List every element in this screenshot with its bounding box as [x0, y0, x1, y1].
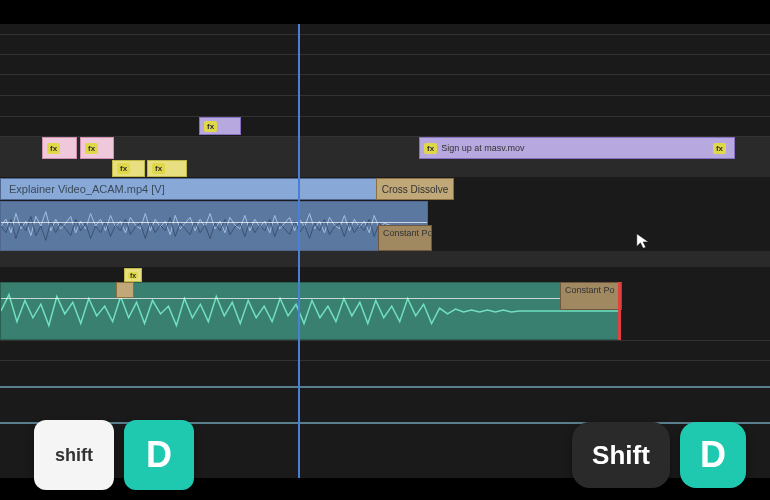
- playhead[interactable]: [298, 24, 300, 478]
- key-d: D: [680, 422, 746, 488]
- bottom-timeline-bar: [0, 386, 770, 388]
- clip-pink-2[interactable]: fx: [80, 137, 114, 159]
- transition-label: Constant Po: [383, 228, 432, 238]
- key-label: shift: [55, 445, 93, 466]
- track-divider: [0, 95, 770, 96]
- fx-badge-icon: fx: [117, 163, 130, 174]
- key-label: Shift: [592, 440, 650, 471]
- fx-badge-icon: fx: [47, 143, 60, 154]
- audio-in-marker[interactable]: [116, 282, 134, 298]
- waveform-icon: [1, 283, 619, 339]
- clip-label: Sign up at masv.mov: [441, 143, 524, 153]
- timeline-frame: fx fx fx fx Sign up at masv.mov fx fx fx…: [0, 24, 770, 478]
- key-shift: shift: [34, 420, 114, 490]
- transition-constant-power-1[interactable]: Constant Po: [378, 225, 432, 251]
- clip-yellow-2[interactable]: fx: [147, 160, 187, 177]
- shortcut-overlay-right: Shift D: [572, 422, 746, 488]
- clip-label: Explainer Video_ACAM.mp4 [V]: [9, 183, 165, 195]
- clip-main-video[interactable]: Explainer Video_ACAM.mp4 [V]: [0, 178, 428, 200]
- track-bg: [0, 251, 770, 267]
- fx-badge-icon: fx: [424, 143, 437, 154]
- track-area[interactable]: fx fx fx fx Sign up at masv.mov fx fx fx…: [0, 24, 770, 478]
- fx-badge-icon: fx: [152, 163, 165, 174]
- clip-yellow-1[interactable]: fx: [112, 160, 145, 177]
- clip-end-marker: [618, 282, 621, 340]
- audio-gain-line[interactable]: [1, 298, 619, 299]
- audio-gain-line[interactable]: [1, 222, 427, 223]
- transition-label: Cross Dissolve: [382, 184, 449, 195]
- clip-marker-yellow[interactable]: fx: [124, 268, 142, 282]
- track-divider: [0, 54, 770, 55]
- track-divider: [0, 34, 770, 35]
- transition-label: Constant Po: [565, 285, 615, 295]
- shortcut-overlay-left: shift D: [34, 420, 194, 490]
- clip-signup-video[interactable]: fx Sign up at masv.mov fx: [419, 137, 735, 159]
- track-divider: [0, 360, 770, 361]
- transition-cross-dissolve[interactable]: Cross Dissolve: [376, 178, 454, 200]
- track-divider: [0, 116, 770, 117]
- cursor-icon: [635, 232, 653, 254]
- fx-badge-icon: fx: [204, 121, 217, 132]
- clip-effect-purple[interactable]: fx: [199, 117, 241, 135]
- key-shift: Shift: [572, 422, 670, 488]
- clip-audio-2[interactable]: [0, 282, 620, 340]
- key-label: D: [146, 434, 172, 476]
- fx-badge-icon: fx: [713, 143, 726, 154]
- clip-audio-1[interactable]: [0, 201, 428, 251]
- clip-pink-1[interactable]: fx: [42, 137, 77, 159]
- key-label: D: [700, 434, 726, 476]
- track-divider: [0, 74, 770, 75]
- fx-badge-icon: fx: [128, 272, 138, 279]
- fx-badge-icon: fx: [85, 143, 98, 154]
- waveform-icon: [1, 202, 427, 250]
- transition-constant-power-2[interactable]: Constant Po: [560, 282, 622, 310]
- track-divider: [0, 340, 770, 341]
- key-d: D: [124, 420, 194, 490]
